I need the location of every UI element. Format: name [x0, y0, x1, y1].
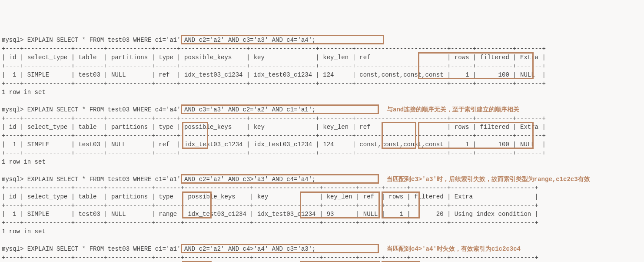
table-separator: +----+-------------+--------+-----------…: [0, 114, 644, 123]
table-separator: +----+-------------+--------+-----------…: [0, 253, 644, 262]
table-separator: +----+-------------+--------+-----------…: [0, 79, 644, 88]
sql-prompt: mysql> EXPLAIN SELECT * FROM test03 WHER…: [2, 245, 155, 252]
table-separator: +----+-------------+--------+-----------…: [0, 184, 644, 192]
table-separator: +----+-------------+--------+-----------…: [0, 149, 644, 158]
blank-line: [0, 166, 644, 175]
result-footer: 1 row in set: [0, 88, 644, 97]
table-header: | id | select_type | table | partitions …: [0, 192, 644, 201]
table-separator: +----+-------------+--------+-----------…: [0, 131, 644, 140]
annotation-note: 当匹配到c4>'a4'时失效，有效索引为c1c2c3c4: [387, 245, 521, 253]
sql-prompt-line: mysql> EXPLAIN SELECT * FROM test03 WHER…: [0, 105, 644, 114]
blank-line: [0, 97, 644, 105]
table-row: | 1 | SIMPLE | test03 | NULL | ref | idx…: [0, 71, 644, 79]
sql-prompt-line: mysql> EXPLAIN SELECT * FROM test03 WHER…: [0, 245, 644, 253]
result-footer: 1 row in set: [0, 158, 644, 166]
sql-prompt: mysql> EXPLAIN SELECT * FROM test03 WHER…: [2, 176, 155, 183]
table-row: | 1 | SIMPLE | test03 | NULL | range | i…: [0, 210, 644, 218]
sql-where-clause: c1='a1' AND c2='a2' AND c3='a3' AND c4='…: [155, 37, 316, 44]
table-separator: +----+-------------+--------+-----------…: [0, 201, 644, 210]
sql-where-clause: c1='a1' AND c2='a2' AND c4>'a4' AND c3='…: [155, 245, 316, 252]
table-header: | id | select_type | table | partitions …: [0, 123, 644, 131]
annotation-note: 与and连接的顺序无关，至于索引建立的顺序相关: [387, 105, 519, 114]
table-separator: +----+-------------+--------+-----------…: [0, 62, 644, 71]
table-separator: +----+-------------+--------+-----------…: [0, 218, 644, 227]
table-header: | id | select_type | table | partitions …: [0, 53, 644, 62]
sql-prompt: mysql> EXPLAIN SELECT * FROM test03 WHER…: [2, 106, 155, 113]
sql-where-clause: c1='a1' AND c2='a2' AND c3>'a3' AND c4='…: [155, 176, 316, 183]
sql-prompt-line: mysql> EXPLAIN SELECT * FROM test03 WHER…: [0, 175, 644, 184]
sql-prompt: mysql> EXPLAIN SELECT * FROM test03 WHER…: [2, 37, 155, 44]
blank-line: [0, 236, 644, 245]
table-row: | 1 | SIMPLE | test03 | NULL | ref | idx…: [0, 140, 644, 149]
table-separator: +----+-------------+--------+-----------…: [0, 44, 644, 53]
result-footer: 1 row in set: [0, 227, 644, 236]
annotation-note: 当匹配到c3>'a3'时，后续索引失效，故而索引类型为range,c1c2c3有…: [387, 175, 590, 184]
terminal-output: mysql> EXPLAIN SELECT * FROM test03 WHER…: [0, 36, 644, 262]
sql-where-clause: c4='a4' AND c3='a3' AND c2='a2' AND c1='…: [155, 106, 316, 113]
sql-prompt-line: mysql> EXPLAIN SELECT * FROM test03 WHER…: [0, 36, 644, 44]
